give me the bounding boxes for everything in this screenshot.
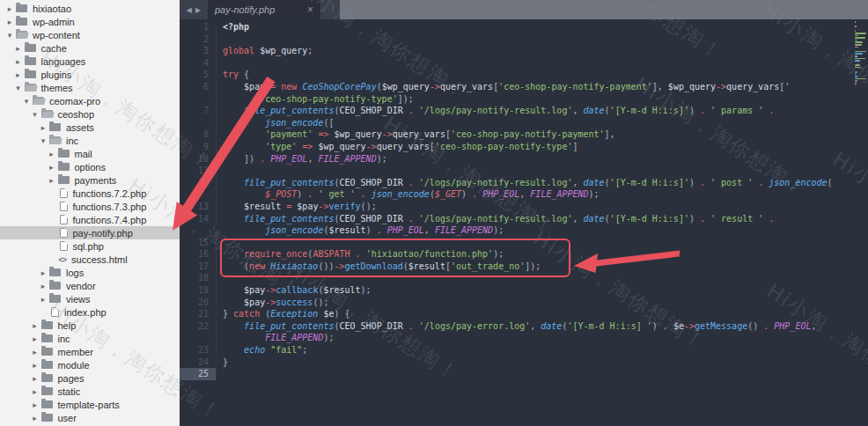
line-number: 22 (180, 320, 217, 333)
disclosure-arrow-icon[interactable]: ▸ (14, 44, 23, 53)
tree-item-hixiaotao[interactable]: ▸hixiaotao (0, 2, 180, 15)
folder-icon (25, 44, 36, 52)
disclosure-arrow-icon[interactable]: ▸ (39, 268, 48, 277)
tree-item-template-parts[interactable]: ▸template-parts (0, 398, 180, 411)
disclosure-arrow-icon[interactable]: ▸ (39, 123, 48, 132)
tree-item-sql-php[interactable]: sql.php (0, 239, 180, 253)
disclosure-arrow-icon[interactable]: ▸ (48, 150, 56, 158)
disclosure-arrow-icon[interactable]: ▸ (31, 321, 40, 330)
folder-icon (58, 176, 70, 184)
tab-pay-notify[interactable]: pay-notify.php × (208, 0, 320, 19)
disclosure-arrow-icon[interactable]: ▸ (31, 414, 40, 422)
code-area[interactable]: 1<?php23global $wp_query;45try {6 $pay =… (180, 19, 868, 426)
tree-item-label: languages (40, 56, 86, 67)
tree-item-pages[interactable]: ▸pages (0, 371, 180, 385)
code-row: 23 echo "fail"; (180, 344, 868, 356)
tree-item-vendor[interactable]: ▸vendor (0, 279, 180, 292)
disclosure-arrow-icon[interactable]: ▾ (22, 97, 31, 106)
disclosure-arrow-icon[interactable]: ▸ (5, 4, 14, 13)
disclosure-arrow-icon[interactable]: ▾ (31, 110, 40, 119)
code-line: $_POST) . ' get ' . json_encode($_GET) .… (217, 188, 600, 201)
tree-item-label: ceomax-pro (48, 96, 100, 106)
tree-item-label: ceoshop (57, 109, 95, 120)
line-number: 19 (180, 284, 217, 297)
tree-item-index-php[interactable]: index.php (0, 305, 180, 319)
tree-item-options[interactable]: ▸options (0, 160, 180, 173)
tree-item-plugins[interactable]: ▸plugins (0, 68, 180, 81)
tree-item-wp-admin[interactable]: ▸wp-admin (0, 15, 180, 28)
disclosure-arrow-icon[interactable]: ▸ (31, 361, 40, 370)
code-row: 6 $pay = new CeoShopCorePay($wp_query->q… (180, 81, 868, 93)
back-icon[interactable]: ◀ (187, 6, 192, 14)
folder-icon (49, 295, 61, 303)
code-line (217, 237, 223, 249)
tree-item-views[interactable]: ▸views (0, 292, 180, 305)
code-row: 13 $result = $pay->verify(); (180, 201, 868, 213)
disclosure-arrow-icon[interactable]: ▸ (31, 374, 40, 383)
code-line: ]) . PHP_EOL, FILE_APPEND); (217, 153, 387, 165)
code-line: 'payment' => $wp_query->query_vars['ceo-… (217, 129, 615, 141)
code-row: 1<?php (180, 21, 868, 33)
disclosure-arrow-icon[interactable]: ▸ (31, 400, 40, 409)
tree-item-wp-content[interactable]: ▾wp-content (0, 28, 180, 41)
open-folder-icon (25, 84, 36, 92)
tree-item-functions-7-3-php[interactable]: functions.7.3.php (0, 200, 180, 213)
minimap[interactable] (855, 21, 867, 90)
tree-item-languages[interactable]: ▸languages (0, 55, 180, 68)
tree-item-ceomax-pro[interactable]: ▾ceomax-pro (0, 94, 180, 107)
code-line: json_encode($result) . PHP_EOL, FILE_APP… (217, 224, 504, 237)
tree-item-label: options (74, 162, 106, 173)
tree-item-member[interactable]: ▸member (0, 345, 180, 358)
tree-item-success-html[interactable]: <>success.html (0, 253, 180, 266)
disclosure-arrow-icon[interactable]: ▸ (14, 70, 23, 79)
code-line (217, 165, 223, 177)
folder-icon (49, 123, 61, 131)
code-line: (new Hixiaotao())->getDownload($result['… (217, 261, 541, 273)
open-folder-icon (16, 31, 27, 39)
tree-item-label: member (57, 347, 93, 357)
tree-item-label: inc (57, 334, 70, 344)
tree-item-label: static (57, 386, 81, 397)
disclosure-arrow-icon[interactable]: ▾ (39, 136, 48, 145)
disclosure-arrow-icon[interactable]: ▸ (31, 348, 40, 356)
disclosure-arrow-icon[interactable]: ▸ (48, 163, 56, 172)
code-line: file_put_contents(CEO_SHOP_DIR . '/logs/… (217, 177, 833, 189)
tree-item-user[interactable]: ▸user (0, 411, 180, 424)
close-icon[interactable]: × (302, 4, 313, 16)
tree-item-help[interactable]: ▸help (0, 319, 180, 332)
folder-icon (41, 361, 53, 369)
file-icon (60, 241, 68, 251)
tree-item-module[interactable]: ▸module (0, 358, 180, 371)
tree-item-cache[interactable]: ▸cache (0, 41, 180, 55)
disclosure-arrow-icon[interactable]: ▾ (14, 84, 23, 92)
tree-item-label: themes (40, 83, 73, 93)
forward-icon[interactable]: ▶ (195, 6, 201, 14)
disclosure-arrow-icon[interactable]: ▸ (5, 18, 14, 26)
disclosure-arrow-icon[interactable]: ▸ (48, 176, 56, 185)
disclosure-arrow-icon[interactable]: ▸ (31, 387, 40, 396)
line-number (180, 188, 217, 201)
tree-item-label: success.html (70, 254, 128, 265)
tree-item-pay-notify-php[interactable]: pay-notify.php (0, 226, 180, 239)
tree-item-assets[interactable]: ▸assets (0, 121, 180, 134)
tabbar-gray-filler (340, 0, 868, 19)
tree-item-inc[interactable]: ▾inc (0, 134, 180, 147)
disclosure-arrow-icon[interactable]: ▾ (5, 31, 14, 40)
tab-label: pay-notify.php (215, 4, 302, 15)
line-number: 11 (180, 165, 217, 177)
code-line: ceo-shop-pay-notify-type']); (217, 93, 414, 106)
tree-item-ceoshop[interactable]: ▾ceoshop (0, 107, 180, 121)
code-line (217, 33, 223, 46)
tree-item-static[interactable]: ▸static (0, 385, 180, 398)
tree-item-inc[interactable]: ▸inc (0, 332, 180, 345)
tree-item-payments[interactable]: ▸payments (0, 173, 180, 187)
disclosure-arrow-icon[interactable]: ▸ (39, 295, 48, 304)
disclosure-arrow-icon[interactable]: ▸ (39, 282, 48, 290)
disclosure-arrow-icon[interactable]: ▸ (31, 334, 40, 343)
tree-item-mail[interactable]: ▸mail (0, 147, 180, 160)
tree-item-functions-7-4-php[interactable]: functions.7.4.php (0, 213, 180, 226)
tree-item-functions-7-2-php[interactable]: functions.7.2.php (0, 187, 180, 200)
tree-item-logs[interactable]: ▸logs (0, 266, 180, 279)
disclosure-arrow-icon[interactable]: ▸ (14, 57, 23, 66)
tree-item-themes[interactable]: ▾themes (0, 81, 180, 94)
